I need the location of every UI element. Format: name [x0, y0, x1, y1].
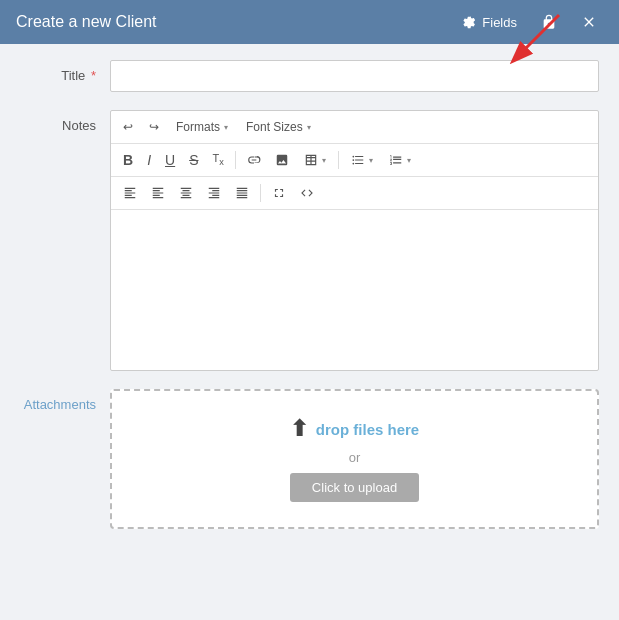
lock-button[interactable]	[535, 12, 563, 32]
link-button[interactable]	[241, 148, 267, 172]
bullet-list-button[interactable]: ▾	[344, 148, 380, 172]
table-button[interactable]: ▾	[297, 148, 333, 172]
align-left-button[interactable]	[117, 181, 143, 205]
align-justify-button[interactable]	[229, 181, 255, 205]
upload-cloud-icon: ⬆	[290, 416, 308, 442]
font-sizes-dropdown[interactable]: Font Sizes ▾	[239, 115, 318, 139]
fullscreen-button[interactable]	[266, 181, 292, 205]
image-button[interactable]	[269, 148, 295, 172]
ordered-list-icon	[389, 153, 403, 167]
image-icon	[275, 153, 289, 167]
drop-zone[interactable]: ⬆ drop files here or Click to upload	[110, 389, 599, 529]
lock-icon	[541, 14, 557, 30]
title-field-wrapper	[110, 60, 599, 92]
align-center-button[interactable]	[173, 181, 199, 205]
formats-chevron: ▾	[224, 123, 228, 132]
title-row: Title *	[20, 60, 599, 92]
attachments-label: Attachments	[20, 389, 110, 412]
fields-button[interactable]: Fields	[455, 12, 523, 32]
notes-editor-wrapper: ↩ ↪ Formats ▾ Font Sizes ▾	[110, 110, 599, 371]
bold-button[interactable]: B	[117, 148, 139, 172]
redo-button[interactable]: ↪	[143, 115, 165, 139]
underline-button[interactable]: U	[159, 148, 181, 172]
formats-dropdown[interactable]: Formats ▾	[169, 115, 235, 139]
bullet-list-icon	[351, 153, 365, 167]
link-icon	[247, 153, 261, 167]
align-right-button[interactable]	[201, 181, 227, 205]
toolbar-row-3	[111, 177, 598, 210]
title-input[interactable]	[110, 60, 599, 92]
fullscreen-icon	[272, 186, 286, 200]
toolbar-separator-2	[338, 151, 339, 169]
modal-container: Create a new Client Fields	[0, 0, 619, 620]
modal-title: Create a new Client	[16, 13, 157, 31]
rich-text-editor: ↩ ↪ Formats ▾ Font Sizes ▾	[110, 110, 599, 371]
required-star: *	[91, 68, 96, 83]
drop-files-text: ⬆ drop files here	[290, 416, 419, 442]
toolbar-row-2: B I U S Tx	[111, 144, 598, 177]
notes-content-area[interactable]	[111, 210, 598, 370]
code-icon	[300, 186, 314, 200]
toolbar-separator-1	[235, 151, 236, 169]
attachments-row: Attachments ⬆ drop files here or Click t…	[20, 389, 599, 529]
strikethrough-button[interactable]: S	[183, 148, 204, 172]
notes-row: Notes ↩ ↪ Formats ▾	[20, 110, 599, 371]
clear-format-button[interactable]: Tx	[206, 148, 229, 172]
toolbar-separator-3	[260, 184, 261, 202]
align-left2-button[interactable]	[145, 181, 171, 205]
font-sizes-chevron: ▾	[307, 123, 311, 132]
title-label: Title *	[20, 60, 110, 83]
modal-body: Title * Notes ↩ ↪	[0, 44, 619, 620]
upload-button[interactable]: Click to upload	[290, 473, 419, 502]
close-icon	[581, 14, 597, 30]
close-button[interactable]	[575, 12, 603, 32]
ordered-list-button[interactable]: ▾	[382, 148, 418, 172]
undo-button[interactable]: ↩	[117, 115, 139, 139]
italic-button[interactable]: I	[141, 148, 157, 172]
code-button[interactable]	[294, 181, 320, 205]
gear-icon	[461, 14, 477, 30]
notes-label: Notes	[20, 110, 110, 133]
fields-label: Fields	[482, 15, 517, 30]
or-text: or	[349, 450, 361, 465]
table-icon	[304, 153, 318, 167]
modal-header: Create a new Client Fields	[0, 0, 619, 44]
toolbar-row-1: ↩ ↪ Formats ▾ Font Sizes ▾	[111, 111, 598, 144]
header-actions: Fields	[455, 12, 603, 32]
